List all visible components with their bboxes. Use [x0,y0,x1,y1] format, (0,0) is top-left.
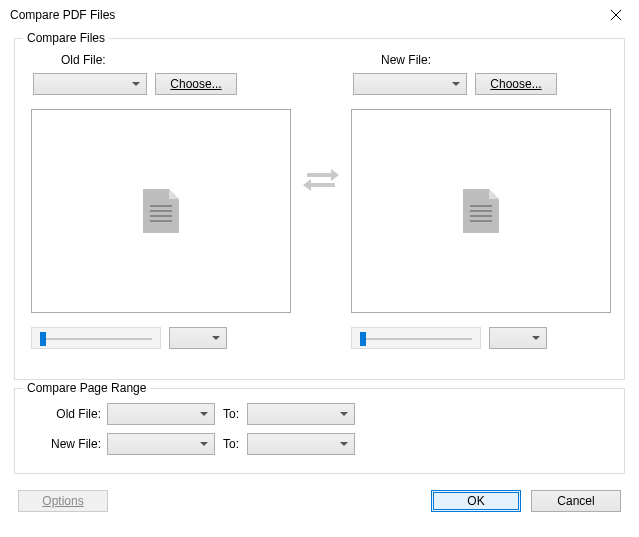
cancel-button[interactable]: Cancel [531,490,621,512]
new-file-zoom-slider[interactable] [351,327,481,349]
new-file-preview [351,109,611,313]
chevron-down-icon [212,336,220,340]
compare-files-group: Compare Files Old File: Choose... [14,38,625,380]
close-icon [611,10,621,20]
dialog-footer: Options OK Cancel [0,482,639,512]
compare-page-range-group: Compare Page Range Old File: To: New Fil… [14,388,625,474]
old-file-label: Old File: [61,53,291,67]
old-file-zoom-combo[interactable] [169,327,227,349]
old-file-choose-button[interactable]: Choose... [155,73,237,95]
options-button: Options [18,490,108,512]
new-file-label: New File: [381,53,611,67]
chevron-down-icon [340,442,348,446]
old-range-from-combo[interactable] [107,403,215,425]
old-range-label: Old File: [31,407,101,421]
new-file-zoom-combo[interactable] [489,327,547,349]
new-range-from-combo[interactable] [107,433,215,455]
close-button[interactable] [593,0,639,30]
chevron-down-icon [532,336,540,340]
old-range-row: Old File: To: [31,403,608,425]
old-file-preview [31,109,291,313]
new-range-row: New File: To: [31,433,608,455]
new-file-column: New File: Choose... [351,53,611,349]
compare-range-legend: Compare Page Range [23,381,150,395]
new-file-choose-button[interactable]: Choose... [475,73,557,95]
old-range-to-combo[interactable] [247,403,355,425]
chevron-down-icon [340,412,348,416]
window-title: Compare PDF Files [10,8,115,22]
ok-button[interactable]: OK [431,490,521,512]
to-label: To: [223,437,239,451]
compare-files-legend: Compare Files [23,31,109,45]
to-label: To: [223,407,239,421]
chevron-down-icon [132,82,140,86]
new-file-combo[interactable] [353,73,467,95]
chevron-down-icon [200,442,208,446]
old-file-zoom-slider[interactable] [31,327,161,349]
swap-icon [301,163,341,193]
chevron-down-icon [200,412,208,416]
old-file-combo[interactable] [33,73,147,95]
document-icon [463,189,499,233]
new-range-label: New File: [31,437,101,451]
swap-button[interactable] [301,163,341,193]
chevron-down-icon [452,82,460,86]
new-range-to-combo[interactable] [247,433,355,455]
document-icon [143,189,179,233]
old-file-column: Old File: Choose... [31,53,291,349]
titlebar: Compare PDF Files [0,0,639,30]
